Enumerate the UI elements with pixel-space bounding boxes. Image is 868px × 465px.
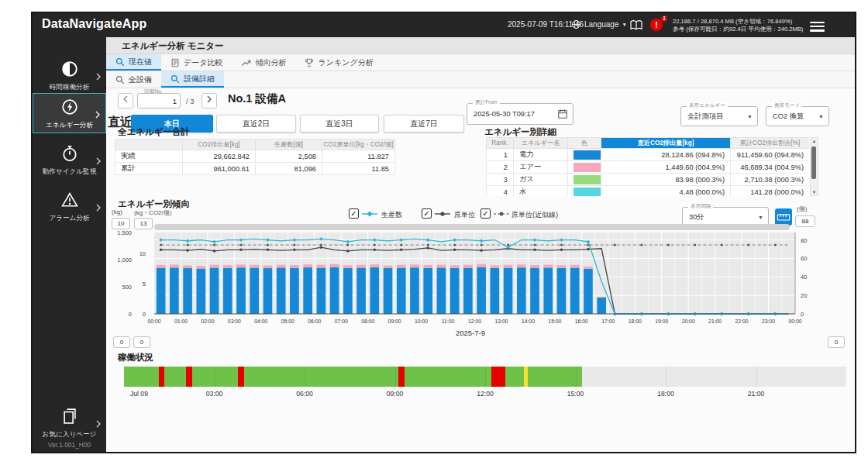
col-header-selected[interactable]: 直近CO2排出量[kg] — [601, 138, 731, 149]
energy-detail-table-wrap: Rank. エネルギー名 色 直近CO2排出量[kg] 累計CO2排出割合[%]… — [486, 137, 809, 196]
sidebar-item-label: アラーム分析 — [33, 214, 106, 223]
tab-equipment-detail[interactable]: 設備詳細 — [161, 71, 224, 88]
table-header-row: CO2排出量[kg] 生産数[個] CO2原単位[kg・CO2/個] — [115, 140, 395, 150]
detail-table-scrollbar[interactable]: ▲ ▼ — [810, 137, 818, 196]
status-time-label: 03:00 — [206, 390, 223, 398]
axis-tick-label: 09:00 — [388, 319, 401, 324]
axis-unit-count: (個) — [797, 205, 807, 213]
status-gridline — [756, 367, 757, 387]
display-energy-select[interactable]: 表示エネルギー 全計測項目 ▼ — [680, 106, 758, 126]
status-time-label: 18:00 — [657, 390, 674, 398]
storage-info: 22,186.7 / 28,870.4 MB (空き領域：76.849%) 参考… — [673, 18, 803, 34]
status-gridline — [576, 367, 577, 387]
alert-icon[interactable]: ! 1 — [650, 19, 663, 31]
cumulative-ratio-cell: 46,689.34 (004.9%) — [731, 161, 810, 174]
conversion-mode-select[interactable]: 換算モード CO2 換算 ▼ — [766, 106, 829, 126]
axis-count-max-input[interactable]: 88 — [795, 215, 815, 227]
equipment-total: / 3 — [186, 97, 195, 105]
axis-tick-label: 22:00 — [735, 319, 749, 324]
tab-data-compare[interactable]: データ比較 — [161, 54, 232, 71]
manual-book-icon[interactable] — [629, 19, 643, 31]
chevron-right-icon — [207, 95, 212, 103]
table-row[interactable]: 1電力28,124.86 (094.8%)911,459.60 (094.8%) — [487, 149, 810, 161]
legend-checkbox-production[interactable]: ✓ — [349, 208, 359, 219]
calendar-icon[interactable] — [557, 108, 568, 119]
rank-cell: 1 — [487, 149, 514, 161]
equipment-no-input[interactable]: 1 — [137, 93, 181, 108]
axis-count-min-input[interactable]: 0 — [828, 336, 845, 348]
cumulative-from-field[interactable]: 累計From 2025-05-30 T09:17 — [467, 103, 574, 125]
equipment-title: No.1 設備A — [228, 91, 286, 106]
energy-detail-table: Rank. エネルギー名 色 直近CO2排出量[kg] 累計CO2排出割合[%]… — [486, 137, 809, 196]
recent-co2-cell: 28,124.86 (094.8%) — [601, 149, 731, 161]
tab-all-equipment[interactable]: 全設備 — [106, 71, 161, 88]
legend-checkbox-unit-approx[interactable]: ✓ — [480, 208, 491, 219]
axis-tick-label: 00:00 — [788, 319, 801, 324]
axis-unit-min-input[interactable]: 0 — [133, 336, 150, 348]
axis-tick-label: 05:00 — [281, 319, 294, 324]
table-row[interactable]: 4水4.48 (000.0%)141.28 (000.0%) — [487, 186, 810, 197]
axis-tick-label: 10 — [140, 250, 146, 257]
axis-tick-label: 23:00 — [762, 319, 775, 324]
storage-line1: 22,186.7 / 28,870.4 MB (空き領域：76.849%) — [673, 18, 803, 26]
period-3days-button[interactable]: 直近3日 — [300, 115, 379, 133]
axis-tick-label: 12:00 — [468, 319, 481, 324]
rank-cell: 4 — [487, 186, 514, 197]
col-header[interactable]: 累計CO2排出割合[%] — [731, 138, 810, 149]
table-row[interactable]: 3ガス83.98 (000.3%)2,710.38 (000.3%) — [487, 174, 810, 186]
total-table-title: 全エネルギー合計 — [118, 126, 190, 138]
row-label: 累計 — [115, 163, 183, 175]
table-row[interactable]: 2エアー1,449.60 (004.9%)46,689.34 (004.9%) — [487, 161, 810, 174]
detail-table-title: エネルギー別詳細 — [484, 126, 556, 138]
sidebar-item-cycle-monitor[interactable]: 動作サイクル監視 — [33, 140, 106, 181]
axis-kg-min-input[interactable]: 0 — [113, 336, 130, 348]
period-7days-button[interactable]: 直近7日 — [384, 115, 464, 133]
axis-tick-label: 14:00 — [522, 319, 535, 324]
sidebar-item-energy-analysis[interactable]: エネルギー分析 — [33, 93, 106, 133]
row-label: 実績 — [115, 150, 183, 163]
scrollbar-thumb[interactable] — [811, 146, 816, 179]
scroll-up-icon[interactable]: ▲ — [811, 139, 818, 143]
language-menu[interactable]: Language ▼ — [571, 19, 627, 29]
color-cell — [568, 174, 601, 186]
globe-icon — [571, 19, 581, 29]
status-time-label: Jul 09 — [130, 390, 148, 398]
cell-value: 11.85 — [322, 163, 395, 175]
run-segment — [124, 367, 582, 387]
period-2days-button[interactable]: 直近2日 — [216, 115, 296, 133]
menu-icon[interactable] — [810, 19, 825, 34]
tab-label: 全設備 — [129, 74, 152, 85]
axis-tick-label: 1,000 — [117, 257, 132, 264]
sidebar-item-label: 時間稼働分析 — [33, 83, 106, 92]
axis-unit-kg: (kg) — [112, 208, 122, 215]
prev-equipment-button[interactable] — [118, 93, 133, 108]
scroll-down-icon[interactable]: ▼ — [811, 190, 818, 195]
axis-tick-label: 16:00 — [575, 319, 588, 324]
axis-tick-label: 06:00 — [308, 319, 321, 324]
energy-icon — [61, 98, 78, 115]
status-time-axis: Jul 0903:0006:0009:0012:0015:0018:0021:0… — [124, 390, 846, 399]
axis-tick-label: 04:00 — [254, 319, 267, 324]
col-header: 色 — [568, 138, 601, 149]
tab-ranking-analysis[interactable]: ランキング分析 — [295, 54, 382, 71]
primary-tabs: 現在値 データ比較 傾向分析 ランキング分析 — [106, 54, 856, 71]
axis-tick-label: 0 — [129, 311, 132, 318]
status-time-label: 21:00 — [748, 390, 765, 398]
trend-chart: 1,5001,0005000105080604020000:0001:0002:… — [110, 228, 846, 327]
color-cell — [568, 161, 601, 174]
axis-tick-label: 11:00 — [442, 319, 455, 324]
legend-unit-approx-label: 原単位(近似線) — [512, 210, 558, 220]
cell-value: 961,000.61 — [183, 163, 256, 175]
tab-trend-analysis[interactable]: 傾向分析 — [232, 54, 295, 71]
tab-current-value[interactable]: 現在値 — [106, 54, 161, 71]
legend-checkbox-unit[interactable]: ✓ — [422, 208, 432, 219]
sidebar-item-time-operation[interactable]: 時間稼働分析 — [33, 56, 106, 96]
axis-tick-label: 01:00 — [174, 319, 188, 324]
next-equipment-button[interactable] — [202, 93, 217, 108]
col-header — [115, 140, 183, 150]
status-gridline — [215, 367, 215, 387]
sidebar-item-alarm-analysis[interactable]: アラーム分析 — [33, 187, 106, 227]
ruler-button[interactable] — [775, 208, 792, 226]
sidebar-item-favorites[interactable]: お気に入りページ — [33, 403, 106, 440]
caret-down-icon: ▼ — [622, 22, 627, 27]
